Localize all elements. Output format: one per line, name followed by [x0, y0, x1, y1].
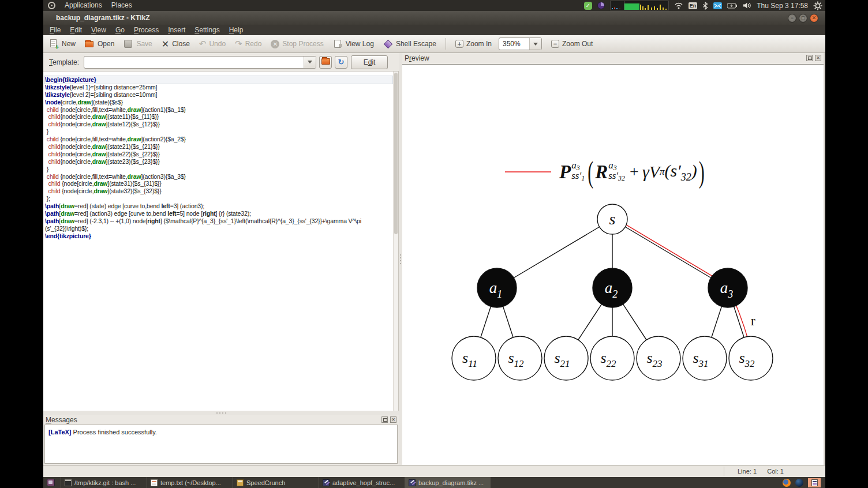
float-dock-icon[interactable] [806, 55, 813, 61]
horizontal-splitter[interactable] [43, 411, 399, 415]
code-line[interactable]: \tikzstyle{level 1}=[sibling distance=25… [45, 84, 392, 91]
code-line[interactable]: \tikzstyle{level 2}=[sibling distance=10… [45, 91, 392, 99]
desktop-stage: Applications Places ✓ [0, 0, 868, 488]
float-dock-icon[interactable] [381, 416, 388, 423]
code-line[interactable]: (s'_{32})\right)$}; [45, 225, 392, 232]
code-line[interactable]: child {node[circle,fill,text=white,draw]… [45, 106, 392, 114]
menu-process[interactable]: Process [129, 25, 163, 35]
reward-label: r [751, 314, 755, 328]
code-line[interactable]: \node[circle,draw](state){$s$} [45, 99, 392, 106]
code-line[interactable]: }; [45, 195, 392, 202]
menu-edit[interactable]: Edit [65, 25, 87, 35]
template-combo-arrow[interactable] [304, 57, 316, 68]
folder-icon [321, 58, 330, 65]
code-line[interactable]: child{node[circle,draw](state21){$s_{21}… [45, 143, 392, 151]
window-titlebar[interactable]: backup_diagram.tikz - KTikZ − □ ✕ [43, 11, 825, 25]
zoom-out-button[interactable]: − Zoom Out [548, 38, 596, 50]
menu-file[interactable]: File [45, 25, 65, 35]
volume-icon[interactable] [743, 2, 751, 9]
editor-scrollbar[interactable] [393, 72, 398, 411]
menu-bar: File Edit View Go Process Insert Setting… [43, 25, 825, 35]
bluetooth-icon[interactable] [702, 2, 708, 10]
screen: Applications Places ✓ [43, 0, 825, 488]
template-combo[interactable] [84, 56, 316, 69]
close-dock-icon[interactable]: ✕ [815, 55, 821, 61]
zoom-combo-arrow[interactable] [529, 38, 541, 50]
view-log-button[interactable]: View Log [330, 37, 377, 51]
zoom-in-button[interactable]: + Zoom In [452, 38, 495, 50]
open-button[interactable]: Open [81, 37, 118, 51]
code-line[interactable]: \end{tikzpicture} [45, 232, 392, 240]
ktikz-tray-icon[interactable] [808, 478, 821, 487]
refresh-icon: ↻ [338, 58, 345, 66]
distributor-logo-icon[interactable] [48, 2, 55, 9]
code-line[interactable]: child {node[circle,fill,text=white,draw]… [45, 173, 392, 181]
wifi-icon[interactable] [674, 2, 683, 9]
ktikz-icon [323, 479, 330, 486]
task-speedcrunch[interactable]: SpeedCrunch [233, 477, 319, 488]
preview-canvas[interactable]: P a3 ss′1 ( R a3 ss′32 + γV π (s′32) ) [402, 64, 824, 465]
messages-log[interactable]: [LaTeX] Process finished successfully. [44, 425, 398, 464]
code-line[interactable]: child {node[circle,draw](state32){$s_{32… [45, 187, 392, 195]
battery-icon[interactable] [727, 3, 738, 9]
new-button[interactable]: + New [46, 37, 79, 51]
code-line[interactable]: } [45, 166, 392, 173]
system-monitor-applet[interactable] [610, 1, 669, 10]
applications-menu[interactable]: Applications [60, 0, 107, 11]
mail-icon[interactable] [713, 2, 722, 9]
menu-view[interactable]: View [87, 25, 111, 35]
minimize-button[interactable]: − [788, 14, 796, 22]
menu-help[interactable]: Help [225, 25, 248, 35]
chevron-down-icon [308, 61, 312, 63]
code-line[interactable]: \path[draw=red] (-2.3,1) -- +(1,0) node[… [45, 217, 392, 225]
undo-arrow-icon: ↶ [199, 39, 207, 49]
code-line[interactable]: child{node[circle,draw](state11){$s_{11}… [45, 113, 392, 121]
new-document-icon: + [49, 39, 59, 49]
menu-go[interactable]: Go [111, 25, 129, 35]
template-bar: Template: ↻ Edit [43, 53, 399, 72]
chevron-down-icon [533, 43, 538, 46]
keyboard-layout-indicator[interactable]: En [689, 2, 698, 9]
menu-insert[interactable]: Insert [163, 25, 190, 35]
code-line[interactable]: child {node[circle,fill,text=white,draw]… [45, 136, 392, 143]
show-desktop-icon[interactable] [47, 479, 55, 486]
redo-arrow-icon: ↷ [235, 39, 242, 49]
code-line[interactable]: child{node[circle,draw](state12){$s_{12}… [45, 121, 392, 128]
task-terminal[interactable]: /tmp/ktikz.git : bash ... [61, 477, 147, 488]
editor-scrollbar-thumb[interactable] [394, 73, 398, 234]
code-line[interactable]: \path[draw=red] (state) edge [curve to,b… [45, 202, 392, 210]
code-line[interactable]: child{node[circle,draw](state22){$s_{22}… [45, 151, 392, 158]
code-line[interactable]: \begin{tikzpicture} [45, 76, 392, 84]
messages-title: Messages [46, 416, 77, 424]
close-x-icon: ✕ [162, 39, 169, 49]
time-tracker-icon[interactable] [597, 2, 605, 9]
main-toolbar: + New Open Save ✕ Close ↶ Undo ↷ Redo ✕ … [43, 35, 825, 53]
maximize-button[interactable]: □ [799, 14, 807, 22]
undo-button: ↶ Undo [196, 37, 229, 51]
close-dock-icon[interactable]: ✕ [390, 416, 396, 423]
code-area[interactable]: \begin{tikzpicture}\tikzstyle{level 1}=[… [45, 76, 392, 240]
session-gear-icon[interactable] [813, 1, 822, 10]
task-temp-txt[interactable]: temp.txt (~/Desktop... [147, 477, 233, 488]
code-line[interactable]: child{node[circle,draw](state23){$s_{23}… [45, 158, 392, 166]
updates-ok-icon[interactable]: ✓ [584, 2, 592, 10]
template-browse-button[interactable] [319, 56, 332, 69]
task-backup-diagram[interactable]: backup_diagram.tikz ... [405, 477, 491, 488]
zoom-level-combo[interactable]: 350% [499, 37, 542, 50]
template-edit-button[interactable]: Edit [351, 55, 388, 69]
code-line[interactable]: } [45, 128, 392, 136]
clock[interactable]: Thu Sep 3 17:58 [757, 2, 808, 10]
shell-escape-button[interactable]: Shell Escape [380, 37, 440, 51]
code-editor[interactable]: \begin{tikzpicture}\tikzstyle{level 1}=[… [43, 72, 399, 411]
code-line[interactable]: \path[draw=red] (action3) edge [curve to… [45, 210, 392, 217]
firefox-icon[interactable] [783, 479, 791, 487]
task-adaptive-hopf[interactable]: adaptive_hopf_struc... [319, 477, 405, 488]
template-reload-button[interactable]: ↻ [335, 56, 347, 69]
close-button[interactable]: ✕ [810, 14, 818, 22]
places-menu[interactable]: Places [107, 0, 137, 11]
code-line[interactable]: child {node[circle,draw](state31){$s_{31… [45, 180, 392, 187]
save-button: Save [120, 37, 155, 51]
menu-settings[interactable]: Settings [190, 25, 224, 35]
close-file-button[interactable]: ✕ Close [158, 37, 193, 51]
globe-icon[interactable] [795, 479, 803, 487]
